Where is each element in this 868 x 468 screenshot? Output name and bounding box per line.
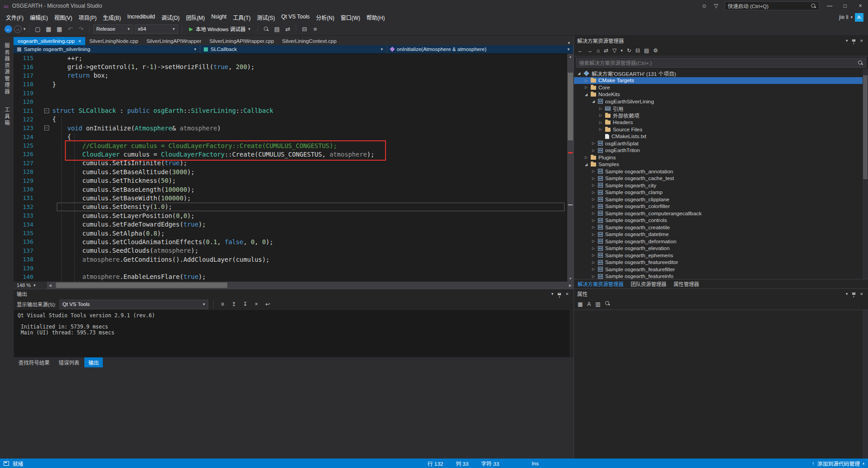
- fold-toggle-icon[interactable]: −: [41, 108, 52, 113]
- chevron-collapsed-icon[interactable]: ▷: [591, 253, 596, 257]
- scroll-left-icon[interactable]: ◀: [49, 282, 51, 289]
- property-pages-icon[interactable]: ▥: [595, 301, 600, 307]
- find-icon[interactable]: [264, 27, 269, 32]
- tree-item[interactable]: ▷Source Files: [574, 126, 868, 133]
- close-icon[interactable]: ×: [860, 291, 863, 297]
- tree-item[interactable]: ▷外部依赖项: [574, 112, 868, 119]
- chevron-collapsed-icon[interactable]: ▷: [591, 204, 596, 209]
- code-line[interactable]: 137 cumulus.SeedClouds(atmosphere);: [14, 246, 574, 255]
- user-menu-caret-icon[interactable]: ▾: [850, 15, 853, 19]
- tree-item[interactable]: ▷Sample osgearth_annotation: [574, 168, 868, 175]
- scroll-up-icon[interactable]: ▲: [567, 55, 574, 59]
- menu-item-8[interactable]: Nsight: [208, 12, 230, 23]
- code-line[interactable]: 122{: [14, 115, 574, 124]
- chevron-collapsed-icon[interactable]: ▷: [584, 79, 588, 83]
- code-line[interactable]: 128 cumulus.SetBaseAltitude(3000);: [14, 167, 574, 176]
- chevron-collapsed-icon[interactable]: ▷: [584, 155, 588, 159]
- code-line[interactable]: 120: [14, 97, 574, 106]
- tree-item[interactable]: ▷Sample osgearth_elevation: [574, 245, 868, 252]
- tree-item[interactable]: ▷Headers: [574, 119, 868, 126]
- left-tool-tab-0[interactable]: 服务器资源管理器: [3, 43, 10, 95]
- chevron-collapsed-icon[interactable]: ▷: [584, 85, 588, 89]
- task-status-icon[interactable]: [4, 461, 9, 466]
- menu-item-13[interactable]: 窗口(W): [338, 12, 363, 23]
- chevron-collapsed-icon[interactable]: ▷: [591, 274, 596, 278]
- navigate-back-button[interactable]: ←: [5, 25, 12, 33]
- chevron-collapsed-icon[interactable]: ▷: [591, 218, 596, 222]
- left-tool-tab-1[interactable]: 工具箱: [3, 107, 10, 127]
- code-line[interactable]: 140 atmosphere.EnableLensFlare(true);: [14, 273, 574, 281]
- explorer-tab-1[interactable]: 团队资源管理器: [627, 279, 670, 289]
- code-line[interactable]: 117 return box;: [14, 71, 574, 80]
- tree-item[interactable]: ▷Sample osgearth_city: [574, 182, 868, 189]
- menu-item-10[interactable]: 测试(S): [254, 12, 278, 23]
- properties-scrollbar[interactable]: [863, 310, 868, 459]
- code-line[interactable]: 126 CloudLayer cumulus = CloudLayerFacto…: [14, 150, 574, 158]
- chevron-collapsed-icon[interactable]: ▷: [591, 169, 596, 173]
- next-message-icon[interactable]: ↧: [241, 301, 249, 307]
- code-line[interactable]: 129 cumulus.SetThickness(50);: [14, 176, 574, 185]
- tree-item[interactable]: ▷Sample osgearth_featurefilter: [574, 266, 868, 273]
- code-line[interactable]: 127 cumulus.SetIsInfinite(true);: [14, 159, 574, 167]
- tab-list-caret-icon[interactable]: ▾: [564, 41, 574, 45]
- categorized-icon[interactable]: ▦: [578, 301, 583, 307]
- chevron-collapsed-icon[interactable]: ▷: [591, 232, 596, 236]
- code-line[interactable]: 125 //CloudLayer cumulus = CloudLayerFac…: [14, 141, 574, 150]
- tree-item[interactable]: ◢Samples: [574, 161, 868, 168]
- chevron-expanded-icon[interactable]: ◢: [584, 93, 588, 97]
- document-tab[interactable]: SilverLiningAPIWrapper.cpp: [206, 37, 278, 45]
- code-line[interactable]: 130 cumulus.SetBaseLength(100000);: [14, 185, 574, 194]
- alphabetical-icon[interactable]: A: [587, 301, 591, 307]
- menu-item-7[interactable]: 团队(M): [183, 12, 208, 23]
- code-line[interactable]: 115 ++r;: [14, 54, 574, 62]
- navigation-caret-icon[interactable]: ▾: [23, 27, 26, 31]
- save-all-button[interactable]: ▦: [55, 24, 64, 33]
- pin-icon[interactable]: [558, 293, 561, 295]
- menu-item-5[interactable]: Incredibuild: [124, 12, 158, 23]
- menu-item-2[interactable]: 视图(V): [51, 12, 75, 23]
- close-icon[interactable]: ×: [565, 291, 569, 297]
- tree-item[interactable]: ▷Sample osgearth_computerangecallback: [574, 210, 868, 217]
- chevron-collapsed-icon[interactable]: ▷: [591, 225, 596, 229]
- show-all-files-icon[interactable]: ▤: [272, 24, 281, 33]
- solution-configuration-select[interactable]: Release ▾: [93, 24, 133, 34]
- chevron-expanded-icon[interactable]: ◢: [584, 162, 588, 167]
- scrollbar-thumb[interactable]: [56, 283, 227, 288]
- solution-explorer-search-input[interactable]: 搜索解决方案资源管理器(Ctrl+;): [576, 58, 866, 68]
- document-tab[interactable]: SilverLiningAPIWrapper: [142, 37, 206, 45]
- code-line[interactable]: 136 cumulus.SetCloudAnimationEffects(0.1…: [14, 237, 574, 246]
- code-line[interactable]: 124 {: [14, 133, 574, 141]
- code-line[interactable]: 123− void onInitialize(Atmosphere& atmos…: [14, 124, 574, 132]
- zoom-select[interactable]: 148 % ▾: [14, 283, 47, 288]
- window-position-icon[interactable]: ▾: [551, 292, 554, 296]
- chevron-expanded-icon[interactable]: ◢: [591, 99, 596, 103]
- bookmark-icon[interactable]: ⊟: [300, 24, 309, 33]
- code-line[interactable]: 118}: [14, 80, 574, 88]
- switch-wind-icon[interactable]: ⇄: [283, 24, 292, 33]
- code-line[interactable]: 139: [14, 264, 574, 272]
- new-file-button[interactable]: ▢: [33, 24, 42, 33]
- pending-changes-filter-icon[interactable]: ▽: [612, 47, 616, 54]
- explorer-tab-0[interactable]: 解决方案资源管理器: [574, 279, 627, 289]
- chevron-collapsed-icon[interactable]: ▷: [591, 183, 596, 187]
- tree-item[interactable]: ▷Sample osgearth_cache_test: [574, 175, 868, 182]
- output-text[interactable]: Qt Visual Studio Tools version 2.9.1 (re…: [14, 310, 569, 357]
- explorer-tab-2[interactable]: 属性管理器: [670, 279, 703, 289]
- tree-item[interactable]: ▷Sample osgearth_controls: [574, 217, 868, 224]
- panel-tab-0[interactable]: 查找符号结果: [14, 357, 54, 367]
- code-line[interactable]: 138 atmosphere.GetConditions().AddCloudL…: [14, 255, 574, 264]
- navigate-forward-button[interactable]: →: [14, 25, 22, 33]
- clear-all-icon[interactable]: ×: [253, 301, 261, 307]
- tree-item[interactable]: ◢解决方案'OSGEARTH' (131 个项目): [574, 70, 868, 77]
- tree-item[interactable]: ▷osgEarthSplat: [574, 140, 868, 147]
- back-icon[interactable]: ←: [578, 47, 583, 54]
- tree-item[interactable]: ▷Plugins: [574, 154, 868, 161]
- collapse-all-icon[interactable]: ⊟: [635, 47, 640, 54]
- tree-item[interactable]: ◢NodeKits: [574, 91, 868, 98]
- show-all-files-icon[interactable]: ▤: [644, 47, 649, 54]
- tree-item[interactable]: ▷Sample osgearth_colorfilter: [574, 203, 868, 210]
- code-line[interactable]: 131 cumulus.SetBaseWidth(100000);: [14, 194, 574, 202]
- tree-item[interactable]: ▷Sample osgearth_ephemeris: [574, 252, 868, 259]
- chevron-expanded-icon[interactable]: ◢: [577, 71, 581, 75]
- options-icon[interactable]: ≡: [311, 24, 320, 33]
